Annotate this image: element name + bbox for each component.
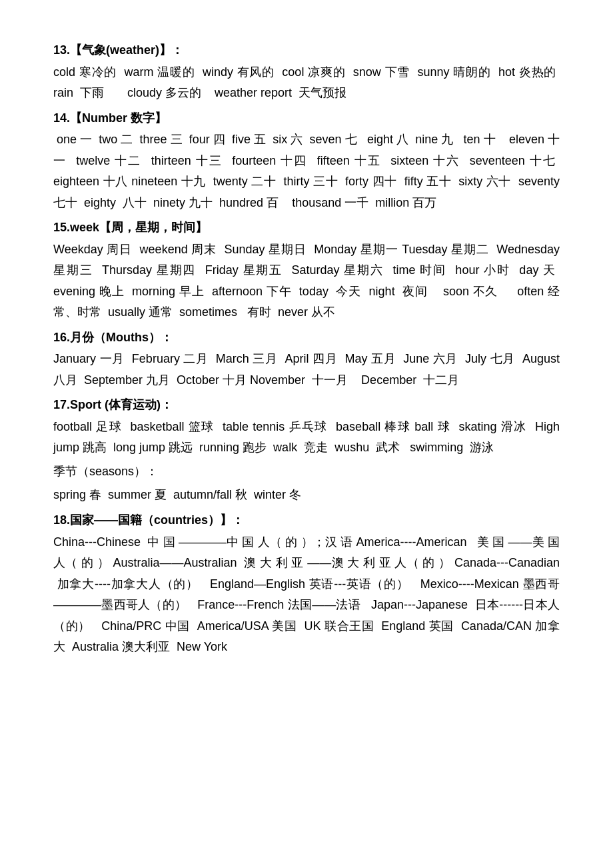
- section-13-title: 13.【气象(weather)】：: [53, 40, 560, 61]
- section-13: 13.【气象(weather)】： cold 寒冷的 warm 温暖的 wind…: [53, 40, 560, 104]
- section-17: 17.Sport (体育运动)： football 足球 basketball …: [53, 395, 560, 506]
- section-17-title: 17.Sport (体育运动)：: [53, 395, 560, 415]
- section-14-title: 14.【Number 数字】: [53, 108, 560, 129]
- section-17-seasons-title: 季节（seasons）：: [53, 461, 560, 483]
- section-13-content: cold 寒冷的 warm 温暖的 windy 有风的 cool 凉爽的 sno…: [53, 62, 560, 104]
- section-15-title: 15.week【周，星期，时间】: [53, 217, 560, 238]
- section-15: 15.week【周，星期，时间】 Weekday 周日 weekend 周末 S…: [53, 217, 560, 323]
- section-15-content: Weekday 周日 weekend 周末 Sunday 星期日 Monday …: [53, 239, 560, 323]
- section-17-seasons-content: spring 春 summer 夏 autumn/fall 秋 winter 冬: [53, 485, 560, 506]
- section-16-content: January 一月 February 二月 March 三月 April 四月…: [53, 349, 560, 391]
- section-14-content: one 一 two 二 three 三 four 四 five 五 six 六 …: [53, 129, 560, 213]
- section-18-content: China---Chinese 中 国 ————中 国 人（ 的 ）；汉 语 A…: [53, 532, 560, 658]
- section-16: 16.月份（Mouths）： January 一月 February 二月 Ma…: [53, 327, 560, 391]
- section-14: 14.【Number 数字】 one 一 two 二 three 三 four …: [53, 108, 560, 214]
- section-17-content-1: football 足球 basketball 篮球 table tennis 乒…: [53, 417, 560, 459]
- section-16-title: 16.月份（Mouths）：: [53, 327, 560, 348]
- section-18-title: 18.国家——国籍（countries）】：: [53, 510, 560, 531]
- page-content: 13.【气象(weather)】： cold 寒冷的 warm 温暖的 wind…: [53, 40, 560, 658]
- section-18: 18.国家——国籍（countries）】： China---Chinese 中…: [53, 510, 560, 658]
